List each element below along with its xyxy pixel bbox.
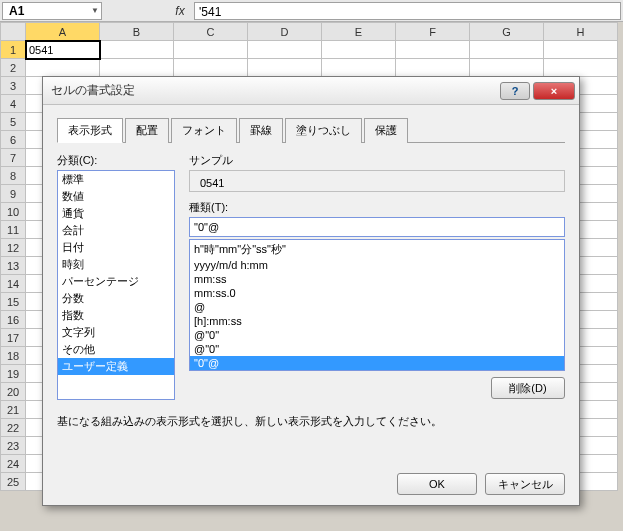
cell[interactable] [100, 59, 174, 77]
tab-5[interactable]: 保護 [364, 118, 408, 143]
column-header[interactable]: E [322, 23, 396, 41]
row-header[interactable]: 13 [1, 257, 26, 275]
type-item[interactable]: mm:ss [190, 272, 564, 286]
row-header[interactable]: 18 [1, 347, 26, 365]
category-item[interactable]: その他 [58, 341, 174, 358]
category-item[interactable]: ユーザー定義 [58, 358, 174, 375]
column-header[interactable]: B [100, 23, 174, 41]
row-header[interactable]: 24 [1, 455, 26, 473]
dialog-tabs: 表示形式配置フォント罫線塗りつぶし保護 [57, 117, 565, 143]
chevron-down-icon[interactable]: ▼ [91, 6, 99, 15]
type-list[interactable]: h:mm:ssh"時"mm"分"h"時"mm"分"ss"秒"yyyy/m/d h… [189, 239, 565, 371]
row-header[interactable]: 19 [1, 365, 26, 383]
cell[interactable] [322, 41, 396, 59]
category-item[interactable]: 会計 [58, 222, 174, 239]
row-header[interactable]: 7 [1, 149, 26, 167]
cell[interactable] [26, 59, 100, 77]
cell[interactable] [322, 59, 396, 77]
row-header[interactable]: 17 [1, 329, 26, 347]
row-header[interactable]: 20 [1, 383, 26, 401]
row-header[interactable]: 1 [1, 41, 26, 59]
fx-icon[interactable]: fx [170, 4, 190, 18]
cell[interactable] [174, 59, 248, 77]
row-header[interactable]: 6 [1, 131, 26, 149]
row-header[interactable]: 14 [1, 275, 26, 293]
category-item[interactable]: 分数 [58, 290, 174, 307]
tab-2[interactable]: フォント [171, 118, 237, 143]
type-item[interactable]: [h]:mm:ss [190, 314, 564, 328]
help-button[interactable]: ? [500, 82, 530, 100]
row-header[interactable]: 3 [1, 77, 26, 95]
category-item[interactable]: 指数 [58, 307, 174, 324]
cell[interactable] [248, 41, 322, 59]
ok-button[interactable]: OK [397, 473, 477, 495]
cell[interactable] [544, 41, 618, 59]
row-header[interactable]: 9 [1, 185, 26, 203]
name-box-value: A1 [9, 4, 24, 18]
formula-input[interactable]: '541 [194, 2, 621, 20]
format-cells-dialog: セルの書式設定 ? × 表示形式配置フォント罫線塗りつぶし保護 分類(C): 標… [42, 76, 580, 506]
row-header[interactable]: 2 [1, 59, 26, 77]
row-header[interactable]: 15 [1, 293, 26, 311]
type-item[interactable]: @"0" [190, 328, 564, 342]
row-header[interactable]: 5 [1, 113, 26, 131]
name-box[interactable]: A1 ▼ [2, 2, 102, 20]
formula-bar: A1 ▼ fx '541 [0, 0, 623, 22]
category-item[interactable]: 通貨 [58, 205, 174, 222]
column-header[interactable]: A [26, 23, 100, 41]
row-header[interactable]: 4 [1, 95, 26, 113]
tab-0[interactable]: 表示形式 [57, 118, 123, 143]
type-item[interactable]: "0"@ [190, 356, 564, 370]
type-item[interactable]: h"時"mm"分"ss"秒" [190, 241, 564, 258]
tab-4[interactable]: 塗りつぶし [285, 118, 362, 143]
row-header[interactable]: 22 [1, 419, 26, 437]
sample-box: 0541 [189, 170, 565, 192]
category-item[interactable]: 文字列 [58, 324, 174, 341]
cell[interactable] [100, 41, 174, 59]
category-item[interactable]: 時刻 [58, 256, 174, 273]
select-all-corner[interactable] [1, 23, 26, 41]
column-header[interactable]: C [174, 23, 248, 41]
cell[interactable] [544, 59, 618, 77]
cell[interactable] [248, 59, 322, 77]
row-header[interactable]: 21 [1, 401, 26, 419]
cell[interactable] [396, 59, 470, 77]
type-item[interactable]: yyyy/m/d h:mm [190, 258, 564, 272]
column-header[interactable]: D [248, 23, 322, 41]
cell[interactable]: 0541 [26, 41, 100, 59]
cell[interactable] [470, 41, 544, 59]
dialog-titlebar[interactable]: セルの書式設定 ? × [43, 77, 579, 105]
cancel-button[interactable]: キャンセル [485, 473, 565, 495]
category-item[interactable]: 日付 [58, 239, 174, 256]
cell[interactable] [396, 41, 470, 59]
type-label: 種類(T): [189, 200, 565, 215]
tab-3[interactable]: 罫線 [239, 118, 283, 143]
close-button[interactable]: × [533, 82, 575, 100]
column-header[interactable]: G [470, 23, 544, 41]
cell[interactable] [470, 59, 544, 77]
type-item[interactable]: mm:ss.0 [190, 286, 564, 300]
type-item[interactable]: @"0" [190, 342, 564, 356]
sample-label: サンプル [189, 153, 565, 168]
sample-value: 0541 [200, 177, 224, 189]
row-header[interactable]: 12 [1, 239, 26, 257]
row-header[interactable]: 16 [1, 311, 26, 329]
column-header[interactable]: F [396, 23, 470, 41]
row-header[interactable]: 10 [1, 203, 26, 221]
category-label: 分類(C): [57, 153, 177, 168]
tab-1[interactable]: 配置 [125, 118, 169, 143]
cell[interactable] [174, 41, 248, 59]
row-header[interactable]: 8 [1, 167, 26, 185]
row-header[interactable]: 25 [1, 473, 26, 491]
category-item[interactable]: 標準 [58, 171, 174, 188]
category-item[interactable]: 数値 [58, 188, 174, 205]
delete-button[interactable]: 削除(D) [491, 377, 565, 399]
type-edit-input[interactable] [189, 217, 565, 237]
category-list[interactable]: 標準数値通貨会計日付時刻パーセンテージ分数指数文字列その他ユーザー定義 [57, 170, 175, 400]
type-item[interactable]: @ [190, 300, 564, 314]
dialog-title: セルの書式設定 [51, 82, 500, 99]
row-header[interactable]: 23 [1, 437, 26, 455]
category-item[interactable]: パーセンテージ [58, 273, 174, 290]
row-header[interactable]: 11 [1, 221, 26, 239]
column-header[interactable]: H [544, 23, 618, 41]
